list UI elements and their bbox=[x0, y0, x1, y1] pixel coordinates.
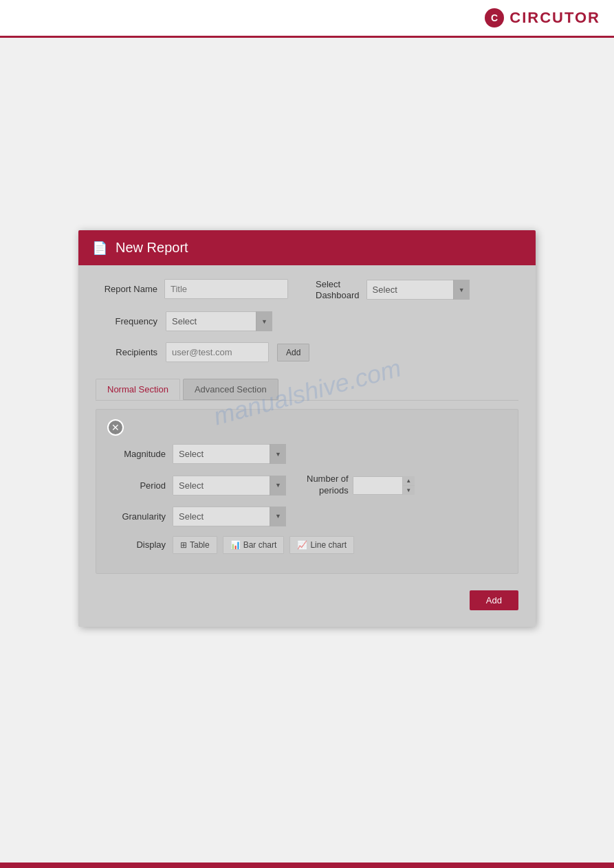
display-table-button[interactable]: ⊞ Table bbox=[173, 536, 217, 554]
frequency-label: Frequency bbox=[96, 316, 157, 326]
tab-advanced-section[interactable]: Advanced Section bbox=[183, 379, 278, 400]
table-label: Table bbox=[190, 540, 210, 550]
magnitude-select-wrapper: Select bbox=[173, 444, 286, 464]
dialog-title: New Report bbox=[116, 240, 188, 256]
section-box: ✕ Magnitude Select Period bbox=[96, 409, 518, 574]
display-field-group: Display ⊞ Table 📊 Bar chart 📈 Line cha bbox=[107, 536, 507, 554]
period-dropdown[interactable]: Select bbox=[173, 476, 286, 496]
magnitude-dropdown[interactable]: Select bbox=[173, 444, 286, 464]
magnitude-field-group: Magnitude Select bbox=[107, 444, 507, 464]
circutor-logo-icon: C bbox=[483, 7, 505, 29]
footer-bar bbox=[0, 863, 614, 868]
line-chart-icon: 📈 bbox=[297, 540, 307, 550]
report-name-label: Report Name bbox=[96, 284, 157, 294]
recipients-field-group: Recipients Add bbox=[96, 342, 518, 362]
select-dashboard-label: SelectDashboard bbox=[316, 279, 360, 300]
display-label: Display bbox=[107, 539, 166, 550]
granularity-dropdown[interactable]: Select bbox=[173, 507, 286, 526]
tab-normal-section[interactable]: Normal Section bbox=[96, 379, 180, 400]
display-bar-chart-button[interactable]: 📊 Bar chart bbox=[223, 536, 285, 554]
dialog-body: Report Name SelectDashboard Select Frequ… bbox=[78, 265, 536, 627]
granularity-field-group: Granularity Select bbox=[107, 507, 507, 526]
add-main-button[interactable]: Add bbox=[470, 590, 518, 610]
period-select-wrapper: Select bbox=[173, 476, 286, 496]
num-periods-up-button[interactable]: ▲ bbox=[403, 476, 415, 486]
recipients-label: Recipients bbox=[96, 347, 157, 357]
dialog-footer: Add bbox=[96, 585, 518, 613]
num-periods-spin-wrapper: ▲ ▼ bbox=[353, 476, 415, 495]
new-report-dialog: 📄 New Report Report Name SelectDashboard… bbox=[78, 230, 536, 627]
top-form-area: Report Name SelectDashboard Select bbox=[96, 279, 518, 300]
logo-text: CIRCUTOR bbox=[509, 9, 600, 27]
num-periods-label: Number ofperiods bbox=[307, 474, 349, 497]
frequency-field-group: Frequency Select bbox=[96, 311, 518, 331]
table-icon: ⊞ bbox=[180, 540, 187, 550]
header: C CIRCUTOR bbox=[0, 0, 614, 38]
select-dashboard-dropdown[interactable]: Select bbox=[366, 280, 470, 300]
add-recipient-button[interactable]: Add bbox=[277, 344, 309, 361]
period-label: Period bbox=[107, 480, 166, 491]
frequency-dropdown[interactable]: Select bbox=[166, 311, 272, 331]
frequency-select-wrapper: Select bbox=[166, 311, 272, 331]
display-buttons-group: ⊞ Table 📊 Bar chart 📈 Line chart bbox=[173, 536, 354, 554]
granularity-select-wrapper: Select bbox=[173, 507, 286, 526]
report-name-input[interactable] bbox=[164, 279, 288, 299]
report-icon: 📄 bbox=[92, 241, 107, 256]
period-field-group: Period Select Number ofperiods ▲ bbox=[107, 474, 507, 497]
svg-text:C: C bbox=[491, 12, 498, 23]
page-content: manualshive.com 📄 New Report Report Name… bbox=[0, 38, 614, 647]
select-dashboard-wrapper: Select bbox=[366, 280, 470, 300]
dialog-header: 📄 New Report bbox=[78, 230, 536, 265]
bar-chart-label: Bar chart bbox=[243, 540, 277, 550]
display-line-chart-button[interactable]: 📈 Line chart bbox=[289, 536, 354, 554]
granularity-label: Granularity bbox=[107, 511, 166, 522]
num-periods-spin-buttons: ▲ ▼ bbox=[402, 476, 415, 495]
magnitude-label: Magnitude bbox=[107, 449, 166, 459]
line-chart-label: Line chart bbox=[310, 540, 347, 550]
num-periods-down-button[interactable]: ▼ bbox=[403, 486, 415, 495]
select-dashboard-field-group: SelectDashboard Select bbox=[316, 279, 470, 300]
report-name-field-group: Report Name bbox=[96, 279, 288, 299]
logo: C CIRCUTOR bbox=[483, 7, 600, 29]
tabs-row: Normal Section Advanced Section bbox=[96, 379, 518, 401]
recipients-input[interactable] bbox=[166, 342, 269, 362]
num-periods-group: Number ofperiods ▲ ▼ bbox=[307, 474, 415, 497]
close-section-button[interactable]: ✕ bbox=[107, 419, 124, 436]
bar-chart-icon: 📊 bbox=[230, 540, 241, 550]
